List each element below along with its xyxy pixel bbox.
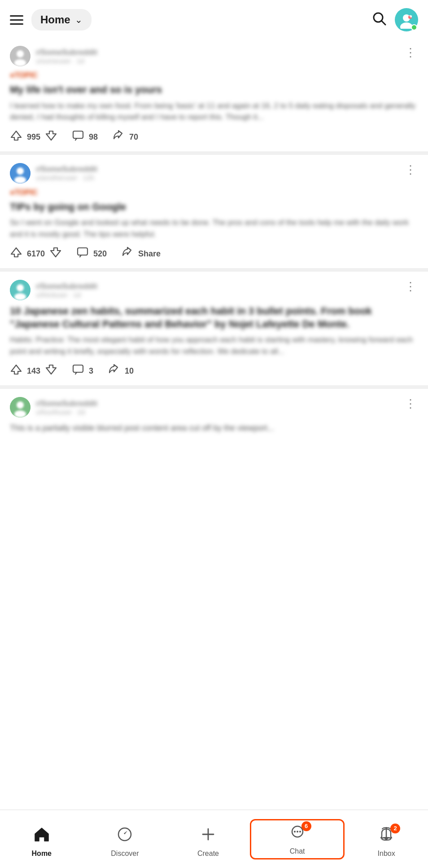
search-icon[interactable]	[371, 11, 387, 29]
more-options-icon[interactable]: ⋮	[403, 280, 418, 294]
upvote-icon[interactable]	[10, 129, 22, 145]
svg-point-21	[14, 410, 26, 418]
nav-icon-wrap-home	[30, 825, 54, 847]
post-submeta: u/anotheruser · 12h	[36, 174, 97, 181]
share-label: Share	[138, 249, 161, 259]
online-dot	[411, 24, 417, 31]
more-options-icon[interactable]: ⋮	[403, 46, 418, 60]
post-header: r/SomeSubreddit u/thirduser · 1d ⋮	[10, 280, 418, 300]
share-group: Share	[121, 246, 161, 262]
bottom-nav: Home Discover Create	[0, 810, 428, 868]
post-meta: r/SomeSubreddit u/someuser · 1d	[36, 48, 97, 65]
svg-point-8	[17, 50, 24, 57]
chat-badge: 6	[301, 821, 311, 831]
inbox-badge: 2	[390, 824, 400, 833]
header-right	[371, 8, 418, 31]
post-meta: r/SomeSubreddit u/thirduser · 1d	[36, 282, 97, 299]
post-subreddit[interactable]: r/SomeSubreddit	[36, 165, 97, 174]
share-icon[interactable]	[108, 363, 120, 379]
svg-point-6	[410, 16, 412, 18]
app-header: Home ⌄	[0, 0, 428, 38]
downvote-icon[interactable]	[49, 246, 62, 262]
upvote-icon[interactable]	[10, 363, 22, 379]
downvote-icon[interactable]	[45, 363, 57, 379]
post-subreddit[interactable]: r/SomeSubreddit	[36, 282, 97, 291]
post-card: r/SomeSubreddit u/thirduser · 1d ⋮ 10 Ja…	[0, 272, 428, 389]
post-header-left: r/SomeSubreddit u/thirduser · 1d	[10, 280, 97, 300]
share-icon[interactable]	[121, 246, 134, 262]
post-avatar[interactable]	[10, 397, 31, 418]
vote-group: 6170	[10, 246, 62, 262]
post-avatar[interactable]	[10, 280, 31, 300]
vote-group: 143	[10, 363, 57, 379]
avatar[interactable]	[395, 8, 418, 31]
nav-icon-wrap-chat: 6	[285, 823, 310, 845]
comment-icon[interactable]	[76, 246, 89, 262]
svg-line-1	[381, 21, 385, 25]
svg-point-28	[299, 831, 301, 833]
share-count: 10	[125, 366, 134, 376]
post-tag: ●TOPIC	[10, 71, 38, 80]
comment-group: 520	[76, 246, 107, 262]
share-icon[interactable]	[112, 129, 125, 145]
hamburger-menu[interactable]	[10, 15, 23, 25]
nav-item-home[interactable]: Home	[0, 821, 83, 858]
svg-rect-18	[73, 365, 83, 372]
share-count: 70	[129, 132, 138, 142]
comment-icon[interactable]	[72, 129, 84, 145]
comment-count: 3	[89, 366, 93, 376]
post-meta: r/SomeSubreddit u/anotheruser · 12h	[36, 165, 97, 181]
post-body: Habits: Practice: The most elegant habit…	[10, 334, 418, 357]
post-avatar[interactable]	[10, 163, 31, 184]
nav-item-create[interactable]: Create	[166, 821, 250, 858]
nav-label-create: Create	[197, 850, 219, 858]
create-icon	[200, 826, 217, 846]
svg-point-27	[297, 831, 298, 833]
vote-group: 995	[10, 129, 57, 145]
svg-point-12	[17, 167, 24, 175]
nav-item-discover[interactable]: Discover	[83, 821, 167, 858]
nav-item-chat[interactable]: 6 Chat	[250, 819, 345, 859]
post-avatar[interactable]	[10, 46, 31, 66]
post-body: I learned how to make my own food. From …	[10, 100, 418, 123]
post-submeta: u/someuser · 1d	[36, 57, 97, 65]
svg-point-26	[294, 831, 296, 833]
comment-group: 98	[72, 129, 98, 145]
discover-icon	[116, 826, 133, 846]
post-meta: r/SomeSubreddit u/fourthuser · 2d	[36, 399, 97, 416]
post-body: This is a partially visible blurred post…	[10, 422, 418, 434]
post-header: r/SomeSubreddit u/someuser · 1d ⋮	[10, 46, 418, 66]
nav-item-inbox[interactable]: 2 Inbox	[345, 821, 428, 858]
upvote-count: 143	[27, 366, 40, 376]
more-options-icon[interactable]: ⋮	[403, 397, 418, 411]
downvote-icon[interactable]	[45, 129, 57, 145]
post-tag: ●TOPIC	[10, 188, 38, 197]
post-header: r/SomeSubreddit u/anotheruser · 12h ⋮	[10, 163, 418, 184]
upvote-count: 995	[27, 132, 40, 142]
svg-point-13	[14, 176, 26, 184]
home-dropdown[interactable]: Home ⌄	[31, 9, 92, 31]
comment-count: 98	[89, 132, 98, 142]
svg-point-16	[17, 284, 24, 291]
home-label: Home	[40, 13, 70, 26]
post-submeta: u/fourthuser · 2d	[36, 408, 97, 416]
more-options-icon[interactable]: ⋮	[403, 163, 418, 177]
post-title: 10 Japanese zen habits, summarized each …	[10, 305, 418, 330]
feed: r/SomeSubreddit u/someuser · 1d ⋮ ●TOPIC…	[0, 38, 428, 524]
svg-point-9	[14, 59, 26, 66]
svg-point-17	[14, 293, 26, 300]
post-subreddit[interactable]: r/SomeSubreddit	[36, 399, 97, 408]
post-body: So I went on Google and looked up what n…	[10, 217, 418, 240]
post-card: r/SomeSubreddit u/anotheruser · 12h ⋮ ●T…	[0, 155, 428, 272]
nav-label-chat: Chat	[290, 847, 305, 855]
upvote-count: 6170	[27, 249, 45, 259]
upvote-icon[interactable]	[10, 246, 22, 262]
chevron-down-icon: ⌄	[75, 14, 83, 25]
post-title: My life isn't over and so is yours	[10, 84, 418, 97]
svg-rect-14	[78, 248, 87, 255]
comment-icon[interactable]	[72, 363, 84, 379]
share-group: 70	[112, 129, 138, 145]
nav-label-inbox: Inbox	[378, 850, 395, 858]
post-header-left: r/SomeSubreddit u/anotheruser · 12h	[10, 163, 97, 184]
post-subreddit[interactable]: r/SomeSubreddit	[36, 48, 97, 57]
